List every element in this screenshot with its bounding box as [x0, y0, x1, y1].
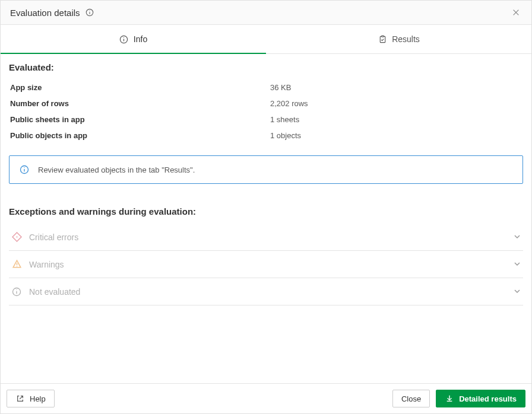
- svg-line-20: [20, 396, 23, 399]
- dialog-header: Evaluation details: [1, 1, 531, 25]
- info-icon: [11, 286, 22, 297]
- stat-label: Number of rows: [9, 99, 270, 108]
- tab-info[interactable]: Info: [1, 25, 266, 53]
- accordion-label: Warnings: [29, 260, 506, 269]
- stat-label: Public sheets in app: [9, 115, 270, 124]
- dialog-title-wrap: Evaluation details: [10, 8, 94, 18]
- clipboard-check-icon: [378, 34, 387, 44]
- dialog-footer: Help Close Detailed results: [1, 383, 531, 413]
- stat-row: Number of rows 2,202 rows: [9, 95, 523, 112]
- stat-row: App size 36 KB: [9, 79, 523, 95]
- help-button[interactable]: Help: [7, 390, 55, 407]
- evaluated-heading: Evaluated:: [9, 62, 523, 72]
- tab-bar: Info Results: [1, 25, 531, 54]
- button-label: Close: [401, 394, 421, 403]
- close-icon[interactable]: [510, 7, 522, 18]
- button-label: Detailed results: [459, 394, 517, 403]
- svg-point-14: [16, 236, 17, 237]
- exceptions-heading: Exceptions and warnings during evaluatio…: [9, 206, 523, 216]
- stat-value: 36 KB: [270, 83, 291, 92]
- stat-row: Public sheets in app 1 sheets: [9, 112, 523, 128]
- button-label: Help: [30, 394, 46, 403]
- accordion-critical-errors[interactable]: Critical errors: [9, 224, 523, 251]
- tab-label: Info: [134, 34, 147, 44]
- stat-label: App size: [9, 83, 270, 92]
- tab-results[interactable]: Results: [266, 25, 531, 53]
- stat-value: 2,202 rows: [270, 99, 308, 108]
- exceptions-section: Exceptions and warnings during evaluatio…: [9, 206, 523, 305]
- svg-rect-9: [381, 36, 384, 37]
- diamond-error-icon: [11, 232, 22, 243]
- svg-point-16: [16, 266, 17, 266]
- stat-row: Public objects in app 1 objects: [9, 128, 523, 144]
- accordion-not-evaluated[interactable]: Not evaluated: [9, 278, 523, 305]
- download-icon: [445, 394, 454, 403]
- svg-point-12: [24, 167, 24, 168]
- close-button[interactable]: Close: [392, 390, 430, 407]
- triangle-warning-icon: [11, 259, 22, 270]
- stat-value: 1 objects: [270, 131, 301, 140]
- footer-right: Close Detailed results: [392, 390, 525, 407]
- external-link-icon: [15, 394, 25, 403]
- dialog-content: Evaluated: App size 36 KB Number of rows…: [1, 54, 531, 383]
- info-icon[interactable]: [85, 8, 94, 17]
- info-banner-text: Review evaluated objects in the tab "Res…: [38, 165, 195, 174]
- chevron-down-icon: [514, 287, 521, 297]
- accordion-label: Not evaluated: [29, 287, 506, 297]
- svg-point-19: [16, 289, 17, 289]
- chevron-down-icon: [514, 260, 521, 269]
- chevron-down-icon: [514, 233, 521, 242]
- info-icon: [119, 34, 129, 44]
- svg-rect-8: [380, 36, 385, 42]
- tab-label: Results: [392, 34, 420, 44]
- svg-point-2: [89, 11, 90, 11]
- info-banner: Review evaluated objects in the tab "Res…: [9, 155, 523, 184]
- accordion-warnings[interactable]: Warnings: [9, 251, 523, 278]
- detailed-results-button[interactable]: Detailed results: [436, 390, 525, 407]
- dialog-title: Evaluation details: [10, 8, 80, 18]
- svg-point-7: [124, 37, 124, 37]
- stat-label: Public objects in app: [9, 131, 270, 140]
- stat-value: 1 sheets: [270, 115, 299, 124]
- info-icon: [19, 164, 30, 175]
- evaluation-details-dialog: Evaluation details Info: [0, 0, 532, 414]
- accordion-label: Critical errors: [29, 233, 506, 242]
